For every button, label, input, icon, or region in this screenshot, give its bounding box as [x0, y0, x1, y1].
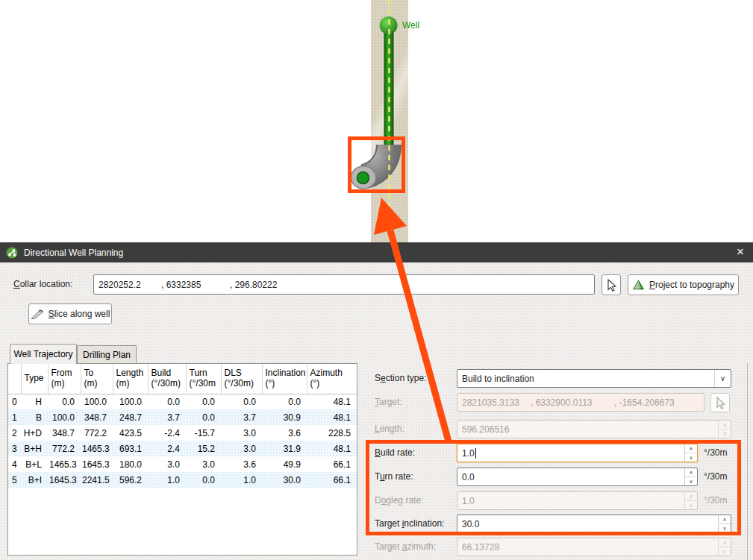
table-row[interactable]: 1B100.0348.7248.73.70.03.730.948.1	[8, 409, 357, 425]
table-row[interactable]: 0H0.0100.0100.00.00.00.00.048.1	[8, 394, 357, 409]
spinner-down-icon: ∨	[719, 430, 731, 438]
table-cell: 1645.3	[48, 472, 81, 488]
col-build: Build (°/30m)	[148, 364, 186, 394]
table-cell: -15.7	[186, 425, 221, 441]
project-to-topography-label: Project to topography	[649, 280, 734, 290]
table-cell: 0.0	[48, 394, 81, 409]
table-cell: 423.5	[113, 425, 148, 441]
tab-drilling-plan-label: Drilling Plan	[83, 350, 131, 360]
row-index: 3	[8, 441, 21, 456]
collar-location-input[interactable]: 2820252.2 , 6332385 , 296.80222	[93, 274, 595, 295]
well-3d-graphic	[0, 0, 753, 242]
table-cell: 228.5	[307, 425, 357, 441]
table-row[interactable]: 3B+H772.21465.3693.12.415.23.031.948.1	[8, 441, 357, 456]
table-cell: 2.4	[148, 441, 186, 456]
table-cell: 49.9	[262, 456, 307, 472]
panel-right-border	[747, 363, 748, 560]
table-cell: 248.7	[113, 409, 148, 425]
collar-location-label: Collar location:	[13, 274, 72, 295]
section-type-value: Build to inclination	[457, 374, 534, 384]
table-cell: B+I	[21, 472, 48, 488]
col-dls: DLS (°/30m)	[221, 364, 262, 394]
col-index	[8, 364, 21, 394]
table-cell: 0.0	[221, 394, 262, 409]
row-index: 2	[8, 425, 21, 441]
table-row[interactable]: 5B+I1645.32241.5596.21.00.01.030.066.1	[8, 472, 357, 488]
table-cell: 348.7	[48, 425, 81, 441]
target-y: , 6332900.0113	[526, 397, 610, 408]
pick-collar-button[interactable]	[602, 274, 621, 295]
table-cell: 1.0	[221, 472, 262, 488]
directional-well-planning-window: Well Directional Well Planning × Collar …	[0, 0, 753, 560]
slice-along-well-button[interactable]: Slice along well	[28, 303, 112, 324]
length-value: 596.206516	[457, 424, 509, 435]
table-cell: 30.9	[262, 409, 307, 425]
spinner-up-icon: ∧	[719, 538, 731, 547]
table-cell: 100.0	[81, 394, 113, 409]
tab-drilling-plan[interactable]: Drilling Plan	[77, 345, 137, 364]
table-cell: 48.1	[307, 394, 357, 409]
dialog-title: Directional Well Planning	[24, 248, 123, 258]
dialog-titlebar[interactable]: Directional Well Planning ×	[0, 242, 753, 262]
app-icon	[6, 247, 18, 259]
table-cell: 3.0	[221, 425, 262, 441]
well-trajectory-panel: Type From (m) To (m) Length (m) Build (°…	[7, 363, 357, 556]
table-header-row: Type From (m) To (m) Length (m) Build (°…	[8, 364, 357, 394]
target-input: 2821035.3133 , 6332900.0113 , -1654.2066…	[457, 393, 704, 412]
spinner-up-icon: ∧	[719, 421, 731, 430]
viewport-3d[interactable]: Well	[0, 0, 753, 242]
table-cell: 0.0	[262, 394, 307, 409]
table-cell: 100.0	[48, 409, 81, 425]
col-to: To (m)	[81, 364, 113, 394]
project-to-topography-button[interactable]: Project to topography	[628, 274, 739, 295]
table-cell: 180.0	[113, 456, 148, 472]
close-button[interactable]: ×	[728, 242, 753, 262]
table-cell: 596.2	[113, 472, 148, 488]
table-cell: 0.0	[186, 394, 221, 409]
col-from: From (m)	[48, 364, 81, 394]
table-cell: 3.6	[221, 456, 262, 472]
col-inclination: Inclination (°)	[262, 364, 307, 394]
table-cell: 31.9	[262, 441, 307, 456]
table-cell: 1465.3	[48, 456, 81, 472]
collar-x: 2820252.2	[94, 280, 157, 290]
trajectory-table-body: 0H0.0100.0100.00.00.00.00.048.11B100.034…	[8, 394, 357, 488]
target-azimuth-value: 66.13728	[457, 542, 499, 553]
table-cell: 0.0	[186, 409, 221, 425]
collar-z: , 296.80222	[225, 280, 277, 290]
table-cell: 693.1	[113, 441, 148, 456]
section-type-dropdown[interactable]: Build to inclination ∨	[457, 369, 731, 388]
slice-knife-icon	[31, 309, 44, 320]
table-cell: 1465.3	[81, 441, 113, 456]
table-cell: 3.7	[221, 409, 262, 425]
row-index: 4	[8, 456, 21, 472]
table-cell: 66.1	[307, 456, 357, 472]
table-cell: 772.2	[81, 425, 113, 441]
table-cell: 3.0	[221, 441, 262, 456]
table-row[interactable]: 4B+L1465.31645.3180.03.03.03.649.966.1	[8, 456, 357, 472]
col-type: Type	[21, 364, 48, 394]
length-spinner: ∧∨	[718, 421, 731, 438]
table-cell: B	[21, 409, 48, 425]
chevron-down-icon[interactable]: ∨	[714, 370, 731, 387]
section-type-label: Section type:	[375, 369, 426, 388]
table-cell: 3.0	[186, 456, 221, 472]
target-azimuth-label: Target azimuth:	[375, 538, 436, 556]
table-row[interactable]: 2H+D348.7772.2423.5-2.4-15.73.03.6228.5	[8, 425, 357, 441]
topography-icon	[632, 280, 645, 290]
cursor-pick-icon	[715, 397, 725, 409]
table-cell: 66.1	[307, 472, 357, 488]
well-label: Well	[402, 20, 419, 31]
col-length: Length (m)	[113, 364, 148, 394]
table-cell: 1.0	[148, 472, 186, 488]
slice-along-well-label: Slice along well	[49, 309, 110, 319]
table-cell: 15.2	[186, 441, 221, 456]
tab-well-trajectory[interactable]: Well Trajectory	[10, 344, 77, 364]
table-cell: 0.0	[186, 472, 221, 488]
table-cell: 3.7	[148, 409, 186, 425]
length-input: 596.206516 ∧∨	[457, 420, 731, 438]
cursor-pick-icon	[606, 279, 616, 292]
table-cell: 1645.3	[81, 456, 113, 472]
row-index: 1	[8, 409, 21, 425]
annotation-rect-scene	[348, 136, 405, 193]
